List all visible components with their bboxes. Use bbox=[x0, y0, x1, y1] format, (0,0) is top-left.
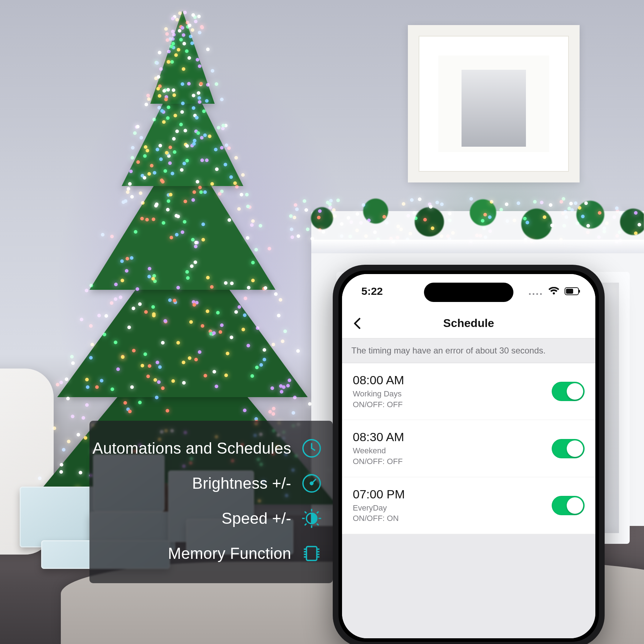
schedule-toggle[interactable] bbox=[552, 382, 585, 401]
back-button[interactable] bbox=[351, 316, 365, 331]
svg-rect-6 bbox=[579, 290, 580, 293]
empty-area bbox=[342, 534, 595, 638]
half-sun-icon bbox=[301, 508, 322, 529]
callout-row: Automations and Schedules bbox=[100, 431, 322, 466]
svg-rect-4 bbox=[307, 547, 317, 561]
status-time: 5:22 bbox=[361, 285, 383, 297]
callout-row: Memory Function bbox=[100, 536, 322, 571]
dynamic-island bbox=[424, 283, 513, 302]
callout-label: Brightness +/- bbox=[192, 474, 291, 492]
chip-icon bbox=[301, 543, 322, 564]
schedule-time: 08:30 AM bbox=[353, 430, 404, 444]
feature-callouts: Automations and Schedules Brightness +/-… bbox=[89, 421, 333, 583]
callout-label: Speed +/- bbox=[221, 509, 291, 527]
schedule-toggle[interactable] bbox=[552, 439, 585, 458]
callout-label: Automations and Schedules bbox=[93, 439, 291, 457]
callout-label: Memory Function bbox=[168, 545, 291, 562]
phone-mockup: 5:22 .... bbox=[333, 265, 605, 644]
gauge-icon bbox=[301, 473, 322, 494]
nav-bar: Schedule bbox=[342, 308, 595, 338]
schedule-toggle[interactable] bbox=[552, 496, 585, 515]
schedule-item[interactable]: 08:30 AM Weekend ON/OFF: OFF bbox=[342, 420, 595, 477]
schedule-time: 08:00 AM bbox=[353, 373, 404, 387]
svg-rect-7 bbox=[566, 289, 573, 294]
schedule-days: EveryDay bbox=[353, 503, 405, 513]
product-scene: Automations and Schedules Brightness +/-… bbox=[0, 0, 644, 644]
page-title: Schedule bbox=[443, 317, 494, 330]
svg-point-2 bbox=[310, 482, 313, 484]
battery-icon bbox=[565, 287, 580, 295]
callout-row: Brightness +/- bbox=[100, 466, 322, 501]
schedule-state: ON/OFF: ON bbox=[353, 513, 405, 524]
app-screen: 5:22 .... bbox=[342, 274, 595, 638]
schedule-list: 08:00 AM Working Days ON/OFF: OFF 08:30 … bbox=[342, 363, 595, 534]
callout-row: Speed +/- bbox=[100, 501, 322, 536]
schedule-time: 07:00 PM bbox=[353, 487, 405, 501]
clock-icon bbox=[301, 438, 322, 459]
schedule-days: Weekend bbox=[353, 445, 404, 456]
schedule-item[interactable]: 07:00 PM EveryDay ON/OFF: ON bbox=[342, 477, 595, 534]
wifi-icon bbox=[548, 287, 560, 296]
timing-notice: The timing may have an error of about 30… bbox=[342, 338, 595, 363]
schedule-days: Working Days bbox=[353, 389, 404, 399]
schedule-item[interactable]: 08:00 AM Working Days ON/OFF: OFF bbox=[342, 363, 595, 420]
schedule-state: ON/OFF: OFF bbox=[353, 399, 404, 410]
schedule-state: ON/OFF: OFF bbox=[353, 456, 404, 467]
status-dots: .... bbox=[528, 285, 543, 297]
wall-picture-frame bbox=[408, 25, 580, 182]
